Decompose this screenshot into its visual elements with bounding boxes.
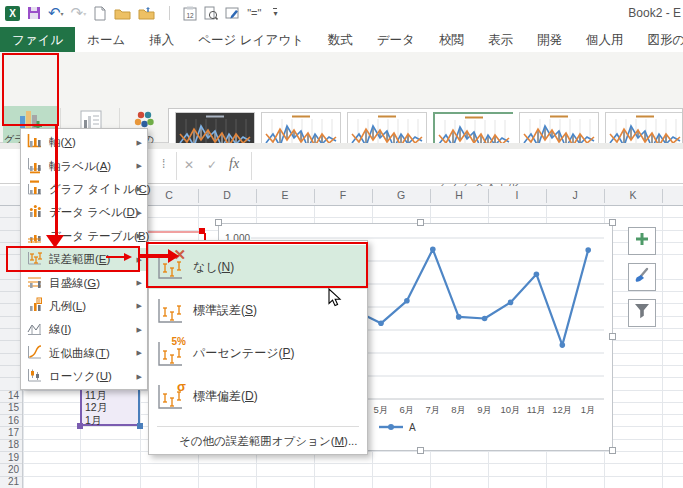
menu-item-data-table[interactable]: データ テーブル(B)▶ [21,225,147,248]
chart-resize-handle[interactable] [417,219,424,226]
error-bars-submenu: ✕なし(N)標準誤差(S)5%パーセンテージ(P)σ標準偏差(D)その他の誤差範… [148,240,368,455]
funnel-icon [633,302,651,324]
selection-handle-purple[interactable] [77,423,83,429]
row-header-18[interactable]: 18 [0,439,19,451]
menu-item-legend[interactable]: 凡例(L)▶ [21,295,147,318]
menu-item-label: 軸(X) [49,135,76,150]
menu-item-updown-bars[interactable]: ローソク(U)▶ [21,365,147,388]
ribbon-tab-bar: ファイルホーム挿入ページ レイアウト数式データ校閲表示開発個人用図形の操作 [0,27,683,52]
excel-logo-icon[interactable]: X [5,4,20,22]
chart-elements-button[interactable] [628,227,656,255]
menu-item-axis-labels[interactable]: 軸ラベル(A)▶ [21,154,147,177]
gridline [662,206,663,488]
equals-icon[interactable]: "=" [247,4,261,22]
column-header-I[interactable]: I [488,189,546,201]
selected-cell-range[interactable]: 11月12月1月 [80,389,140,426]
save-icon[interactable] [27,4,41,22]
column-header-F[interactable]: F [314,189,372,201]
excel-window: X↶▾↷▾12"="▾ Book2 - E ファイルホーム挿入ページ レイアウト… [0,0,683,488]
submenu-item-none[interactable]: ✕なし(N) [149,245,367,289]
row-header-21[interactable]: 21 [0,476,19,488]
chart-resize-handle[interactable] [215,219,222,226]
plus-icon [634,231,650,251]
selection-handle-blue[interactable] [137,423,143,429]
row-header-17[interactable]: 17 [0,427,19,439]
tab-7[interactable]: 表示 [476,27,525,52]
close-folder-icon[interactable] [138,4,155,22]
chart-filters-button[interactable] [628,299,656,327]
column-header-E[interactable]: E [256,189,314,201]
menu-item-data-labels[interactable]: データ ラベル(D)▶ [21,201,147,224]
column-header-G[interactable]: G [372,189,430,201]
open-folder-icon[interactable] [114,4,131,22]
lines-icon [26,320,43,339]
tab-3[interactable]: ページ レイアウト [186,27,316,52]
menu-item-label: 凡例(L) [49,299,86,314]
row-header-15[interactable]: 15 [0,402,19,414]
menu-item-chart-title[interactable]: グラフ タイトル(C)▶ [21,178,147,201]
column-header-D[interactable]: D [198,189,256,201]
submenu-arrow-icon: ▶ [137,373,142,381]
tab-8[interactable]: 開発 [525,27,574,52]
error-bars-icon [26,250,43,269]
row-header-14[interactable]: 14 [0,390,19,402]
qat-customize-icon[interactable]: ▾ [268,4,282,22]
cell-month-3[interactable]: 1月 [82,414,138,426]
row-header-19[interactable]: 19 [0,452,19,464]
cancel-icon[interactable]: ✕ [184,158,194,172]
menu-item-gridlines[interactable]: 目盛線(G)▶ [21,271,147,294]
menu-item-axes[interactable]: 軸(X)▶ [21,131,147,154]
submenu-item-label: パーセンテージ(P) [193,345,294,362]
cell-month-2[interactable]: 12月 [82,401,138,413]
submenu-arrow-icon: ▶ [137,185,142,193]
redo-icon[interactable]: ↷▾ [71,4,87,22]
cell-month-1[interactable]: 11月 [82,389,138,401]
row-header-20[interactable]: 20 [0,464,19,476]
new-file-icon[interactable] [93,4,107,22]
menu-item-label: ローソク(U) [49,369,112,384]
tab-10[interactable]: 図形の操作 [635,27,683,52]
print-preview-icon[interactable] [204,4,218,22]
chart-resize-handle[interactable] [417,447,424,454]
column-header-K[interactable]: K [604,189,662,201]
submenu-item-standard-error[interactable]: 標準誤差(S) [149,289,367,332]
chart-resize-handle[interactable] [609,447,616,454]
chart-styles-button[interactable] [628,263,656,291]
column-header-H[interactable]: H [430,189,488,201]
tab-1[interactable]: ホーム [75,27,137,52]
submenu-item-more-error-bar-options[interactable]: その他の誤差範囲オプション(M)... [149,429,367,453]
menu-item-error-bars[interactable]: 誤差範囲(E)▶ [21,248,147,271]
menu-item-lines[interactable]: 線(I)▶ [21,318,147,341]
tab-5[interactable]: データ [365,27,427,52]
add-chart-element-menu: 軸(X)▶軸ラベル(A)▶グラフ タイトル(C)▶データ ラベル(D)▶データ … [20,128,148,390]
chart-resize-handle[interactable] [609,219,616,226]
menu-item-label: データ テーブル(B) [49,229,149,244]
svg-text:5月: 5月 [374,404,389,415]
formula-bar-grip-icon[interactable]: ⁞ [162,157,164,171]
column-header-J[interactable]: J [546,189,604,201]
submenu-item-standard-deviation[interactable]: σ標準偏差(D) [149,375,367,418]
submenu-item-percentage[interactable]: 5%パーセンテージ(P) [149,332,367,375]
tab-6[interactable]: 校閲 [427,27,476,52]
edit-cell-icon[interactable] [225,4,240,22]
svg-text:12月: 12月 [552,404,572,415]
svg-text:10月: 10月 [500,404,520,415]
updown-bars-icon [26,367,43,386]
chart-resize-handle[interactable] [609,333,616,340]
error-bars-standard-error-icon [155,296,185,326]
menu-item-label: 軸ラベル(A) [49,159,111,174]
quick-access-toolbar: X↶▾↷▾12"="▾ [5,3,282,23]
tab-4[interactable]: 数式 [316,27,365,52]
paste-number-icon[interactable]: 12 [183,4,197,22]
formula-input[interactable] [252,149,683,183]
undo-icon[interactable]: ↶▾ [48,4,64,22]
tab-2[interactable]: 挿入 [137,27,186,52]
tab-file[interactable]: ファイル [0,27,75,52]
submenu-arrow-icon: ▶ [137,232,142,240]
insert-function-icon[interactable]: fx [229,156,239,172]
tab-9[interactable]: 個人用 [574,27,636,52]
gridlines-icon [26,274,43,293]
enter-icon[interactable]: ✓ [207,158,217,172]
menu-item-trendline[interactable]: 近似曲線(T)▶ [21,342,147,365]
row-header-16[interactable]: 16 [0,415,19,427]
